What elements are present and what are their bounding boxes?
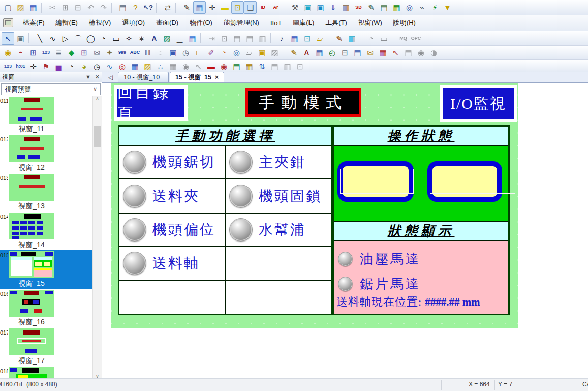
meter-icon[interactable]: ◔ — [65, 60, 78, 73]
window-preview-select[interactable]: 視窗預覽 ∨ — [1, 83, 101, 95]
string-table-icon[interactable]: ✎ — [288, 46, 300, 59]
star-icon[interactable]: ✧ — [122, 32, 135, 45]
snap-grid-icon[interactable]: ▦ — [193, 1, 206, 14]
menu-energy[interactable]: 能源管理(N) — [218, 16, 265, 30]
child-window-icon[interactable] — [3, 18, 13, 27]
email-icon[interactable]: ✉ — [364, 46, 377, 59]
mail-icon[interactable]: ✉ — [90, 46, 103, 59]
open-icon[interactable]: ▨ — [14, 1, 27, 14]
window-layers-icon[interactable]: ⊡ — [231, 1, 244, 14]
pen-icon[interactable]: ✎ — [180, 1, 193, 14]
cut-icon[interactable]: ✂ — [46, 1, 59, 14]
menu-iiot[interactable]: IIoT — [265, 17, 287, 29]
function-key-icon[interactable]: ◆ — [65, 46, 78, 59]
menu-library[interactable]: 圖庫(L) — [287, 16, 320, 30]
recipe-icon[interactable]: ▦ — [390, 1, 403, 14]
timer-icon[interactable]: ◔ — [218, 46, 230, 59]
select-icon[interactable]: ↖ — [2, 32, 14, 45]
separator[interactable] — [41, 3, 45, 13]
separator[interactable] — [28, 33, 32, 43]
function-cell[interactable]: 水幫浦 — [226, 214, 331, 246]
rectangle-icon[interactable]: ▭ — [110, 32, 122, 45]
window-item-18[interactable]: 018: — [0, 366, 93, 379]
library-icon[interactable]: ▤ — [231, 32, 243, 45]
tab-window-10[interactable]: 10 - 視窗_10 — [118, 72, 169, 82]
doc2-icon[interactable]: ▤ — [268, 60, 281, 73]
bit-lamp-icon[interactable]: ◉ — [2, 46, 14, 59]
offline-simulation-icon[interactable]: ▣ — [314, 1, 327, 14]
pie-icon[interactable]: ◔ — [97, 32, 110, 45]
stamp-icon[interactable]: ▥ — [281, 60, 294, 73]
redo-icon[interactable]: ↷ — [97, 1, 110, 14]
sound-icon[interactable]: ♪ — [275, 32, 288, 45]
polygon-icon[interactable]: ▷ — [59, 32, 72, 45]
online-simulation-icon[interactable]: ▣ — [301, 1, 314, 14]
frame-icon[interactable]: ▁ — [173, 32, 186, 45]
trend-icon[interactable]: ∿ — [103, 60, 116, 73]
tag-icon[interactable]: ▱ — [314, 32, 326, 45]
separator[interactable] — [360, 33, 363, 43]
printer2-icon[interactable]: ▤ — [402, 46, 415, 59]
barcode-icon[interactable]: ║║ — [141, 46, 154, 59]
tab-window-15[interactable]: 15 - 視窗_15 × — [170, 72, 224, 82]
user3-icon[interactable]: ◉ — [179, 60, 192, 73]
tab-close-icon[interactable]: × — [215, 74, 219, 81]
numeric-object-icon[interactable]: 999 — [116, 46, 129, 59]
separator[interactable] — [200, 33, 204, 43]
menu-option[interactable]: 選項(O) — [116, 16, 150, 30]
grid2-icon[interactable]: ▦ — [167, 60, 179, 73]
window-item-16[interactable]: 016: 視窗_16 — [0, 289, 93, 327]
comment-icon[interactable]: ❏ — [244, 1, 257, 14]
curve-icon[interactable]: ∿ — [46, 32, 59, 45]
cmt-viewer-icon[interactable]: ▼ — [441, 1, 454, 14]
list-icon[interactable]: ▤ — [243, 32, 256, 45]
slider-icon[interactable]: ▭ — [378, 32, 390, 45]
combo-button-icon[interactable]: ⊞ — [78, 46, 90, 59]
set-word-icon[interactable]: 123 — [40, 46, 52, 59]
animation-icon[interactable]: ⚑ — [40, 60, 52, 73]
label-library-icon[interactable]: ▦ — [313, 46, 326, 59]
canvas-button-io-monitor[interactable]: I/O監視 — [440, 85, 517, 122]
scheduler-icon[interactable]: ◴ — [326, 46, 338, 59]
menu-window[interactable]: 視窗(W) — [353, 16, 388, 30]
mqtt-icon[interactable]: MQ — [397, 32, 410, 45]
menu-object[interactable]: 物件(O) — [184, 16, 218, 30]
panel-menu-icon[interactable]: ▼ — [85, 74, 91, 80]
csv-icon[interactable]: ▤ — [378, 1, 390, 14]
fill-color-icon[interactable]: ▬ — [219, 1, 231, 14]
separator[interactable] — [175, 3, 179, 13]
menu-view[interactable]: 檢視(V) — [83, 16, 116, 30]
font-manage-icon[interactable]: A — [300, 46, 313, 59]
arc-icon[interactable]: ⌒ — [72, 32, 84, 45]
divider-icon[interactable]: ▬ — [205, 60, 218, 73]
watch-icon[interactable]: ◎ — [403, 1, 416, 14]
recipe-view-icon[interactable]: ▤ — [351, 46, 364, 59]
window-item-14[interactable]: 014: 視窗_14 — [0, 212, 93, 250]
overlap-icon[interactable]: ⊡ — [301, 32, 314, 45]
object-properties-icon[interactable]: ▣ — [14, 32, 27, 45]
scroll-up-icon[interactable]: ∧ — [96, 96, 99, 101]
window-item-12[interactable]: 012: 視窗_12 — [0, 134, 93, 173]
tab-scroll-left-icon[interactable]: ◁ — [108, 74, 113, 81]
separator[interactable] — [283, 48, 286, 58]
system-settings-icon[interactable]: ⚒ — [289, 1, 301, 14]
paste-icon[interactable]: ⊟ — [72, 1, 84, 14]
canvas-button-back-menu[interactable]: 回目錄頁 — [114, 85, 188, 121]
transfer-icon[interactable]: ⇄ — [161, 1, 174, 14]
function-cell[interactable] — [226, 247, 331, 280]
picture-chart-icon[interactable]: ▨ — [141, 60, 154, 73]
separator[interactable] — [111, 3, 115, 13]
picture-icon[interactable]: ▨ — [161, 32, 173, 45]
canvas-title-manual-mode[interactable]: 手動模式 — [245, 88, 361, 117]
user2-icon[interactable]: ◉ — [415, 46, 427, 59]
rebuild-icon[interactable]: ▥ — [339, 1, 352, 14]
font-icon[interactable]: Ar — [269, 1, 282, 14]
calendar-icon[interactable]: ▦ — [377, 46, 389, 59]
import-icon[interactable]: ⇥ — [205, 32, 218, 45]
separator[interactable] — [328, 33, 331, 43]
data-sampling-icon[interactable]: ◎ — [230, 46, 243, 59]
set-bit-icon[interactable]: ⊞ — [27, 46, 40, 59]
separator[interactable] — [156, 3, 160, 13]
new-icon[interactable]: ▢ — [2, 1, 14, 14]
key-icon[interactable]: ✦ — [103, 46, 116, 59]
